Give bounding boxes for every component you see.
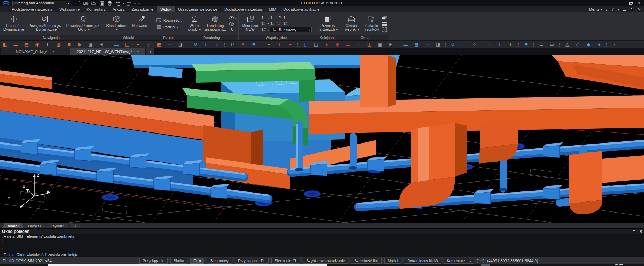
- toggle-grid[interactable]: Siatka: [170, 258, 188, 264]
- add-layout-button[interactable]: [71, 224, 80, 228]
- menu-tab-dodatkowe-aplikacje[interactable]: Dodatkowe aplikacje: [280, 6, 323, 12]
- ucs-icon[interactable]: [270, 15, 275, 20]
- ucs-name-selector[interactable]: Bez nazwy: [270, 27, 312, 32]
- list-lines-icon[interactable]: ≡: [250, 41, 257, 48]
- elbow-icon[interactable]: ⌐: [134, 41, 141, 48]
- workspace-selector[interactable]: Drafting and Annotation: [12, 1, 71, 6]
- toolbar-icon[interactable]: [261, 42, 262, 47]
- viewport-3d-scene[interactable]: Z X Y: [0, 55, 644, 223]
- duct-blue-icon[interactable]: ▬: [402, 41, 409, 48]
- sphere-half-icon[interactable]: ◗: [611, 41, 618, 48]
- cube-solid-icon[interactable]: ◆: [585, 41, 592, 48]
- minimize-icon[interactable]: [621, 2, 624, 4]
- shapes-2d-icon[interactable]: △: [564, 41, 571, 48]
- beam-icon[interactable]: I: [276, 41, 283, 48]
- elbow-red-icon[interactable]: ⌐: [287, 41, 294, 48]
- wrench-4-icon[interactable]: Γ: [508, 41, 514, 48]
- edit-unit-icon[interactable]: ◨: [177, 41, 184, 48]
- ahu-unit-icon[interactable]: ◫: [124, 41, 131, 48]
- menu-button[interactable]: Menu: [589, 7, 602, 11]
- pan-dynamic-button[interactable]: Przesuń -Dynamicznie: [2, 13, 26, 34]
- cascade-windows-icon[interactable]: [381, 15, 387, 20]
- redo-icon[interactable]: [126, 1, 132, 6]
- list-2-icon[interactable]: ≡: [523, 41, 530, 48]
- doc-restore-icon[interactable]: [631, 8, 634, 11]
- air-grille-icon[interactable]: ▤: [23, 41, 30, 48]
- customize-qat-icon[interactable]: [138, 1, 140, 5]
- menu-tab-widok[interactable]: Widok: [157, 6, 175, 12]
- wrench-icon[interactable]: Γ: [44, 41, 51, 48]
- tile-horizontal-icon[interactable]: [381, 21, 387, 26]
- tee-icon[interactable]: ┬: [145, 41, 152, 48]
- chevron-down-icon[interactable]: [267, 21, 269, 26]
- ucs-view-icon[interactable]: [261, 27, 266, 32]
- run-duct-icon[interactable]: ▶: [76, 41, 83, 48]
- open-drawing-icon[interactable]: [83, 1, 89, 6]
- valve-icon[interactable]: ▬: [345, 41, 351, 48]
- ucs-icon[interactable]: [261, 15, 266, 20]
- close-icon[interactable]: [637, 1, 640, 5]
- help-box-icon[interactable]: ▣: [377, 41, 384, 48]
- cube-wire-icon[interactable]: ◇: [574, 41, 581, 48]
- toolbar-icon[interactable]: [224, 42, 225, 47]
- toggle-lineweight[interactable]: Szerokość linii: [351, 258, 382, 264]
- restore-icon[interactable]: [629, 2, 633, 5]
- toolbar-icon[interactable]: [445, 42, 446, 47]
- close-panel-icon[interactable]: [640, 229, 642, 234]
- ucs-rotate-icon[interactable]: [261, 21, 266, 26]
- ucs-icon[interactable]: [283, 15, 288, 20]
- toolbar-icon[interactable]: [559, 42, 560, 47]
- pump-icon[interactable]: ◉: [334, 41, 341, 48]
- wrench-2-icon[interactable]: Γ: [486, 41, 493, 48]
- flat-view-button[interactable]: c Widok płaski: [187, 13, 202, 34]
- edit-blue-icon[interactable]: ◨: [435, 41, 441, 48]
- toolbar-icon[interactable]: [518, 42, 519, 47]
- extinguisher-icon[interactable]: ●: [323, 41, 330, 48]
- float-panel-icon[interactable]: [633, 230, 636, 233]
- shapes-icon[interactable]: [229, 27, 234, 32]
- plot-icon[interactable]: [107, 1, 112, 6]
- toolbar-icon[interactable]: [482, 42, 482, 47]
- chevron-down-icon[interactable]: [235, 16, 237, 20]
- fan-icon[interactable]: ◉: [34, 41, 41, 48]
- close-tab-icon[interactable]: [137, 50, 139, 54]
- layout-tab-model[interactable]: Model: [2, 223, 24, 228]
- toggle-entity-tracking[interactable]: Śledzenie EL: [271, 258, 300, 264]
- menu-tab-dodatkowe-narzedzia[interactable]: Dodatkowe narzędzia: [221, 6, 266, 12]
- circle-duct-icon[interactable]: ○: [214, 41, 221, 48]
- annotation-scale-dropdown[interactable]: Komentarz: [444, 258, 474, 264]
- pipe-2-icon[interactable]: Γ: [460, 41, 467, 48]
- menu-tab-wstawianie[interactable]: Wstawianie: [56, 6, 83, 12]
- import-drawing-icon[interactable]: [91, 1, 96, 6]
- ucs-z2-icon[interactable]: z: [283, 21, 288, 26]
- toolbar-icon[interactable]: [606, 42, 607, 47]
- open-drawings-button[interactable]: Otwarte rysunki: [343, 13, 361, 34]
- layout-tab-layout1[interactable]: Layout1: [22, 223, 47, 228]
- ucs-3d-icon[interactable]: [270, 21, 275, 26]
- model-viewport[interactable]: Z X Y: [0, 55, 644, 223]
- square-duct-icon[interactable]: ■: [66, 41, 73, 48]
- hydrant-icon[interactable]: Γ: [355, 41, 362, 48]
- label-p-icon[interactable]: P: [229, 41, 236, 48]
- ahu-train-icon[interactable]: ▦: [156, 41, 163, 48]
- tile-vertical-icon[interactable]: [381, 27, 387, 32]
- flex-duct-icon[interactable]: ▬: [113, 41, 120, 48]
- new-drawing-icon[interactable]: [75, 1, 81, 6]
- toolbar-icon[interactable]: [533, 42, 534, 47]
- close-tab-icon[interactable]: [52, 50, 55, 54]
- toolbar-icon[interactable]: [188, 42, 188, 47]
- arrange-viewports-button[interactable]: Rozmieść...: [156, 18, 183, 23]
- command-history[interactable]: : Paleta 'BIM - Elements' została zamkni…: [0, 234, 644, 257]
- drawing-tabs-button[interactable]: Zakładkirysunków: [362, 13, 380, 34]
- toolbar-icon[interactable]: [297, 42, 298, 47]
- toggle-entity-snap[interactable]: Przyciąganie EL: [235, 258, 269, 264]
- run-blue-icon[interactable]: ─: [424, 41, 431, 48]
- tank-icon[interactable]: ▯: [302, 41, 309, 48]
- chevron-down-icon[interactable]: [267, 27, 269, 32]
- ucs-world-icon[interactable]: [276, 15, 282, 20]
- menu-tab-urzadzenia[interactable]: Urządzenia wejściowe: [175, 6, 221, 12]
- ahu-blue-icon[interactable]: ▦: [413, 41, 420, 48]
- sphere-icon[interactable]: ●: [596, 41, 603, 48]
- standard-views-button[interactable]: Standardowe: [105, 13, 130, 34]
- doc-close-icon[interactable]: [638, 7, 641, 11]
